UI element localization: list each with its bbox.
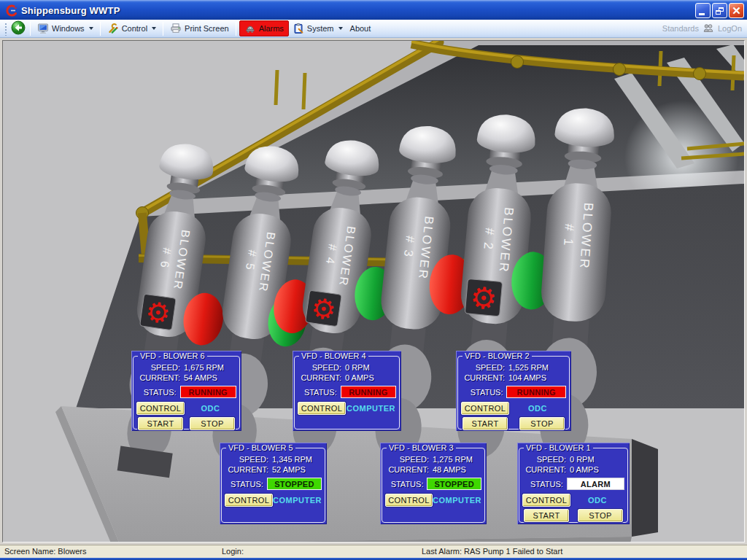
gear-icon: ⚙ xyxy=(309,292,338,326)
blower-1-number: # 1 xyxy=(561,223,577,248)
app-icon xyxy=(4,4,18,18)
current-value: 0 AMPS xyxy=(570,464,624,475)
speed-label: SPEED: xyxy=(225,454,268,464)
minimize-icon xyxy=(699,13,705,15)
control-mode: COMPUTER xyxy=(433,495,481,505)
toolbar-windows[interactable]: Windows xyxy=(34,21,97,36)
control-button[interactable]: CONTROL xyxy=(522,494,570,507)
control-button[interactable]: CONTROL xyxy=(225,494,273,507)
tools-icon xyxy=(107,23,119,34)
app-window: Shippensburg WWTP ✕ Windows xyxy=(0,0,747,560)
start-button[interactable]: START xyxy=(524,509,569,522)
status-badge: RUNNING xyxy=(341,386,396,398)
current-label: CURRENT: xyxy=(225,464,268,475)
back-icon xyxy=(11,20,26,35)
chevron-down-icon xyxy=(152,27,156,30)
back-button[interactable] xyxy=(11,20,26,36)
status-badge: ALARM xyxy=(567,478,624,490)
vfd-panel-blower-3: VFD - BLOWER 3 SPEED:1,275 RPM CURRENT:4… xyxy=(380,443,487,524)
toolbar-logon[interactable]: LogOn xyxy=(718,24,742,33)
toolbar-separator xyxy=(100,22,101,36)
status-label: STATUS: xyxy=(225,479,263,489)
stop-button[interactable]: STOP xyxy=(190,417,235,430)
current-value: 104 AMPS xyxy=(508,373,566,383)
toolbar-print-screen[interactable]: Print Screen xyxy=(166,21,233,36)
current-value: 48 AMPS xyxy=(433,464,481,475)
control-button[interactable]: CONTROL xyxy=(461,402,509,415)
current-label: CURRENT: xyxy=(298,373,341,383)
start-button[interactable]: START xyxy=(462,417,508,430)
speed-label: SPEED: xyxy=(298,362,341,373)
windows-monitor-icon xyxy=(37,23,49,34)
speed-value: 0 RPM xyxy=(345,362,396,373)
stop-button[interactable]: STOP xyxy=(519,417,565,430)
status-label: STATUS: xyxy=(136,387,177,397)
control-mode: ODC xyxy=(185,403,236,413)
control-button[interactable]: CONTROL xyxy=(136,402,185,415)
vfd-panel-title: VFD - BLOWER 4 xyxy=(299,352,368,360)
control-button[interactable]: CONTROL xyxy=(385,494,433,507)
toolbar-control[interactable]: Control xyxy=(104,21,160,36)
titlebar: Shippensburg WWTP ✕ xyxy=(0,0,747,20)
control-mode: COMPUTER xyxy=(346,403,396,413)
scene-viewport: BLOWER # 6 ⚙ xyxy=(2,40,745,542)
toolbar-separator xyxy=(236,22,236,36)
vfd-panel-title: VFD - BLOWER 1 xyxy=(524,444,593,452)
chevron-down-icon xyxy=(338,27,343,30)
status-label: STATUS: xyxy=(461,387,503,397)
close-icon: ✕ xyxy=(732,5,741,16)
toolbar-alarms-label: Alarms xyxy=(259,24,284,33)
logon-users-icon xyxy=(703,23,714,34)
status-badge: STOPPED xyxy=(427,478,481,490)
start-button[interactable]: START xyxy=(138,417,183,430)
toolbar-about[interactable]: About xyxy=(347,23,375,34)
control-mode: ODC xyxy=(509,403,566,413)
current-label: CURRENT: xyxy=(136,373,180,383)
vfd-panel-blower-6: VFD - BLOWER 6 SPEED:1,675 RPM CURRENT:5… xyxy=(131,351,241,431)
status-label: STATUS: xyxy=(522,479,563,489)
vfd-panel-title: VFD - BLOWER 6 xyxy=(138,352,207,360)
toolbar: Windows Control Print Screen xyxy=(0,20,747,38)
control-button[interactable]: CONTROL xyxy=(298,402,346,415)
toolbar-grip[interactable] xyxy=(4,22,7,36)
stop-button[interactable]: STOP xyxy=(578,509,623,522)
vfd-panel-title: VFD - BLOWER 5 xyxy=(226,444,295,452)
close-button[interactable]: ✕ xyxy=(729,3,744,18)
window-title: Shippensburg WWTP xyxy=(21,5,120,16)
printer-icon xyxy=(170,23,182,34)
toolbar-separator xyxy=(30,22,31,36)
restore-icon xyxy=(716,7,724,15)
speed-value: 0 RPM xyxy=(570,454,624,464)
toolbar-windows-label: Windows xyxy=(52,24,85,33)
vfd-panel-blower-1: VFD - BLOWER 1 SPEED:0 RPM CURRENT:0 AMP… xyxy=(517,443,630,524)
blower-scene: BLOWER # 6 ⚙ xyxy=(3,41,744,542)
toolbar-print-screen-label: Print Screen xyxy=(185,24,229,33)
speed-label: SPEED: xyxy=(461,362,505,373)
minimize-button[interactable] xyxy=(695,3,711,18)
blower-2-number: # 2 xyxy=(481,228,498,252)
current-value: 54 AMPS xyxy=(184,373,236,383)
toolbar-about-label: About xyxy=(350,24,371,33)
current-value: 0 AMPS xyxy=(345,373,396,383)
statusbar-screen-name: Screen Name: Blowers xyxy=(4,547,87,556)
control-mode: COMPUTER xyxy=(273,495,322,505)
system-clipboard-icon xyxy=(293,23,304,34)
speed-value: 1,345 RPM xyxy=(272,454,322,464)
status-label: STATUS: xyxy=(385,479,423,489)
toolbar-separator xyxy=(163,22,163,36)
client-area: BLOWER # 6 ⚙ xyxy=(0,38,747,545)
statusbar-last-alarm: Last Alarm: RAS Pump 1 Failed to Start xyxy=(422,547,562,556)
speed-label: SPEED: xyxy=(136,362,180,373)
status-badge: RUNNING xyxy=(180,386,236,398)
gear-icon: ⚙ xyxy=(144,296,173,330)
chevron-down-icon xyxy=(89,27,93,30)
restore-button[interactable] xyxy=(712,3,727,18)
alarm-icon xyxy=(244,23,256,34)
toolbar-system[interactable]: System xyxy=(289,21,347,36)
status-badge: STOPPED xyxy=(267,478,322,490)
toolbar-control-label: Control xyxy=(122,24,147,33)
vfd-panel-title: VFD - BLOWER 2 xyxy=(462,352,532,360)
toolbar-alarms[interactable]: Alarms xyxy=(239,20,289,36)
toolbar-standards[interactable]: Standards xyxy=(662,24,699,33)
vfd-panel-blower-2: VFD - BLOWER 2 SPEED:1,525 RPM CURRENT:1… xyxy=(456,351,571,431)
